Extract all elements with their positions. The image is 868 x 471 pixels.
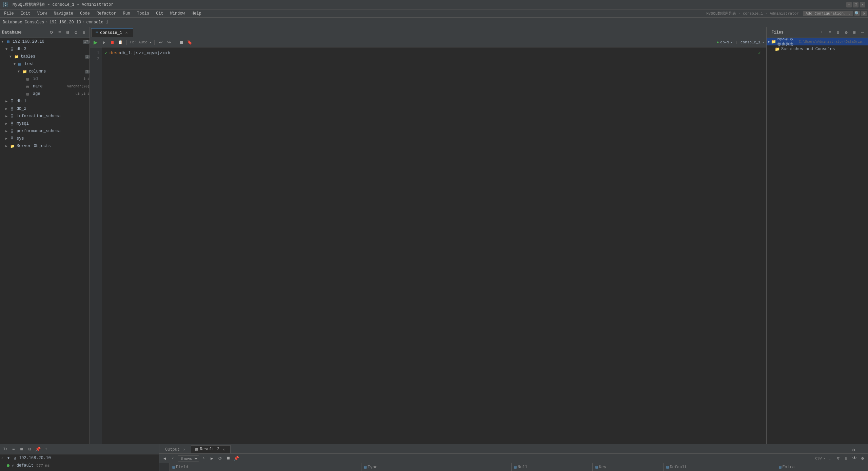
export-dropdown[interactable]: ▾ <box>823 456 825 460</box>
default-header[interactable]: ▤Default <box>664 463 776 471</box>
search-everywhere-button[interactable]: 🔍 <box>854 11 860 16</box>
code-editor[interactable]: ✓ desc db_1.jszx_xgymjzxxb ✓ <box>102 47 766 444</box>
extra-header[interactable]: ▤Extra <box>776 463 868 471</box>
files-collapse-button[interactable]: ⊟ <box>835 29 842 36</box>
tree-col-name[interactable]: ▤ name varchar(20) <box>0 83 90 90</box>
services-add-button[interactable]: + <box>43 446 50 453</box>
refresh-results-button[interactable]: ⟳ <box>217 455 223 462</box>
services-expand-button[interactable]: ⊞ <box>18 446 25 453</box>
null-header[interactable]: ▤Null <box>511 463 593 471</box>
output-tab[interactable]: Output ✕ <box>161 445 191 453</box>
field-header[interactable]: ▤Field <box>170 463 361 471</box>
add-config-button[interactable]: Add Configuration... <box>803 11 853 16</box>
close-button[interactable]: ✕ <box>860 2 865 7</box>
services-console-parent[interactable]: ▼ ⚡ console 874 ms <box>0 469 159 471</box>
tree-col-age[interactable]: ▤ age tinyint <box>0 90 90 98</box>
type-header[interactable]: ▤Type <box>361 463 511 471</box>
prev-page-button[interactable]: ◀ <box>161 455 168 462</box>
menu-code[interactable]: Code <box>77 11 93 17</box>
results-settings-button[interactable]: ⚙ <box>850 447 857 453</box>
maximize-button[interactable]: □ <box>853 2 859 7</box>
menu-run[interactable]: Run <box>120 11 133 17</box>
tree-columns[interactable]: ▼ 📁 columns 3 <box>0 68 90 75</box>
autocommit-dropdown[interactable]: ▾ <box>150 40 152 44</box>
files-filter-button[interactable]: ≡ <box>827 29 833 36</box>
filter-button[interactable]: ≡ <box>56 29 63 36</box>
run-selection-button[interactable]: ⏵ <box>101 39 107 46</box>
console-tab-label[interactable]: console_1 <box>741 40 761 44</box>
tab-close-button[interactable]: ✕ <box>124 30 129 35</box>
files-item-scratches[interactable]: 📁 Scratches and Consoles <box>767 45 868 53</box>
services-sort-button[interactable]: ≡ <box>10 446 17 453</box>
breadcrumb-database-consoles[interactable]: Database Consoles <box>3 20 44 25</box>
stop-results-button[interactable]: ⏹ <box>225 455 232 462</box>
settings-db-button[interactable]: ⚙ <box>73 29 79 36</box>
stop-button[interactable]: ⏹ <box>109 39 116 46</box>
key-header[interactable]: ▤Key <box>593 463 664 471</box>
menu-help[interactable]: Help <box>189 11 204 17</box>
menu-tools[interactable]: Tools <box>134 11 152 17</box>
column-vis-button[interactable]: ⊞ <box>843 455 850 462</box>
menu-file[interactable]: File <box>1 11 17 17</box>
services-server[interactable]: ✓ ▼ 🖥 192.168.20.10 <box>0 454 159 462</box>
tree-mysql[interactable]: ▶ 🗄 mysql <box>0 120 90 127</box>
tree-server[interactable]: ▼ 🖥 192.168.20.10 17 <box>0 38 90 45</box>
explain-button[interactable]: 📋 <box>117 39 124 46</box>
tree-sys[interactable]: ▶ 🗄 sys <box>0 135 90 142</box>
layout-button[interactable]: ⊞ <box>81 29 87 36</box>
menu-git[interactable]: Git <box>153 11 166 17</box>
db2-icon: 🗄 <box>10 107 16 111</box>
view-toggle-button[interactable]: 👁 <box>851 455 858 462</box>
tree-test-table[interactable]: ▼ ▦ test <box>0 60 90 68</box>
files-new-button[interactable]: + <box>818 29 825 36</box>
result2-tab[interactable]: ▦ Result 2 ✕ <box>191 445 231 453</box>
services-default[interactable]: ⚡ default 577 ms <box>0 462 159 469</box>
results-close-button[interactable]: ─ <box>859 447 865 453</box>
row-count-selector[interactable]: 8 rows <box>178 455 199 462</box>
files-item-root[interactable]: ▶ 📁 MySQL数据库列表 C:\Users\Administrator\Da… <box>767 38 868 45</box>
services-group-button[interactable]: ⊟ <box>26 446 33 453</box>
bookmark-button[interactable]: 🔖 <box>186 39 193 46</box>
conn-sep: | <box>735 40 738 44</box>
db-connection[interactable]: db-3 <box>720 40 729 44</box>
run-button[interactable]: ▶ <box>92 39 99 46</box>
files-close-button[interactable]: ─ <box>859 29 866 36</box>
refresh-button[interactable]: ⟳ <box>48 29 55 36</box>
tree-tables[interactable]: ▼ 📁 tables 1 <box>0 53 90 60</box>
download-button[interactable]: ↓ <box>827 455 833 462</box>
menu-view[interactable]: View <box>35 11 50 17</box>
services-pin-button[interactable]: 📌 <box>35 446 41 453</box>
prev-button[interactable]: ‹ <box>170 455 176 462</box>
header-right-controls: Add Configuration... 🔍 ⚙ <box>803 11 867 16</box>
menu-window[interactable]: Window <box>167 11 188 17</box>
menu-edit[interactable]: Edit <box>18 11 33 17</box>
tree-information-schema[interactable]: ▶ 🗄 information_schema <box>0 112 90 120</box>
next-page-button[interactable]: ▶ <box>209 455 215 462</box>
next-button[interactable]: › <box>200 455 207 462</box>
settings-button[interactable]: ⚙ <box>861 11 867 16</box>
collapse-all-button[interactable]: ⊟ <box>64 29 71 36</box>
services-tx-button[interactable]: Tx <box>2 446 9 453</box>
undo-button[interactable]: ↩ <box>157 39 164 46</box>
menu-refactor[interactable]: Refactor <box>94 11 119 17</box>
menu-navigate[interactable]: Navigate <box>51 11 76 17</box>
tree-server-objects[interactable]: ▶ 📁 Server Objects <box>0 142 90 150</box>
output-tab-close[interactable]: ✕ <box>182 447 186 452</box>
tree-db3[interactable]: ▼ 🗄 db-3 <box>0 45 90 53</box>
files-layout-button[interactable]: ⊞ <box>851 29 858 36</box>
filter-results-button[interactable]: ▽ <box>835 455 842 462</box>
redo-button[interactable]: ↪ <box>165 39 172 46</box>
result2-tab-close[interactable]: ✕ <box>221 447 226 452</box>
results-more-button[interactable]: ⚙ <box>859 455 866 462</box>
editor-tab-console1[interactable]: ⌨ console_1 ✕ <box>91 28 133 37</box>
minimize-button[interactable]: ─ <box>846 2 852 7</box>
stop2-button[interactable]: ⏹ <box>178 39 185 46</box>
tree-db1[interactable]: ▶ 🗄 db_1 <box>0 98 90 105</box>
tree-db2[interactable]: ▶ 🗄 db_2 <box>0 105 90 112</box>
breadcrumb-server[interactable]: 192.168.20.10 <box>50 20 81 25</box>
breadcrumb-console[interactable]: console_1 <box>86 20 108 25</box>
tree-performance-schema[interactable]: ▶ 🗄 performance_schema <box>0 127 90 135</box>
pin-results-button[interactable]: 📌 <box>233 455 240 462</box>
tree-col-id[interactable]: ▤ id int <box>0 75 90 83</box>
files-settings-button[interactable]: ⚙ <box>843 29 850 36</box>
